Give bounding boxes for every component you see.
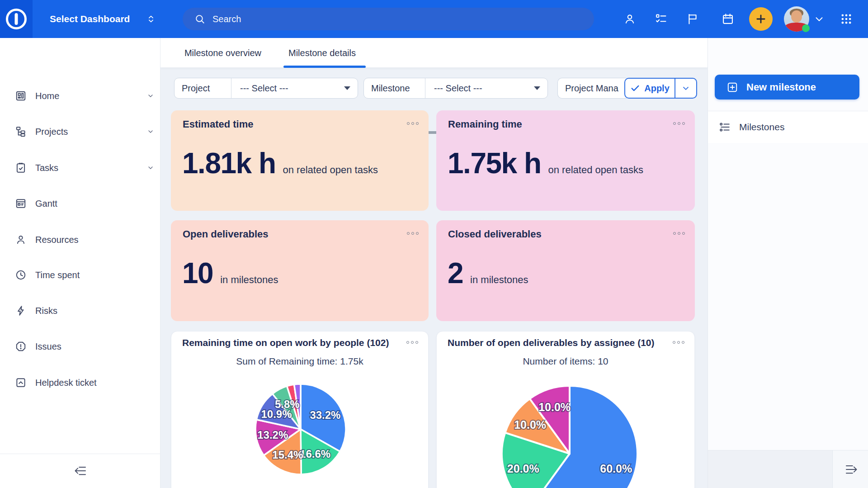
- kebab-menu[interactable]: [673, 232, 685, 235]
- pie-chart-remaining-time[interactable]: 33.2%16.6%15.4%13.2%10.9%5.8%: [253, 382, 348, 477]
- chevron-down-icon[interactable]: [147, 128, 154, 135]
- pie-slice-label: 15.4%: [272, 449, 303, 461]
- kpi-caption: on related open tasks: [548, 164, 643, 176]
- topbar: Select Dashboard Search: [0, 0, 868, 38]
- chevron-down-icon: [681, 84, 690, 93]
- brand-logo-icon: [4, 7, 28, 31]
- pie-chart-open-deliverables[interactable]: 60.0%20.0%10.0%10.0%: [500, 384, 640, 488]
- panel-item-milestones[interactable]: Milestones: [708, 111, 868, 143]
- kpi-title: Closed deliverables: [448, 228, 542, 240]
- kpi-value: 1.81k h: [182, 147, 276, 180]
- dashboard-selector[interactable]: Select Dashboard: [50, 0, 156, 38]
- kpi-title: Open deliverables: [183, 228, 269, 240]
- milestone-filter: Milestone --- Select ---: [363, 78, 548, 99]
- search-icon: [194, 14, 206, 25]
- gantt-icon: [15, 198, 27, 209]
- sidebar-item-projects[interactable]: Projects: [0, 122, 160, 142]
- right-panel: New milestone Milestones: [708, 38, 868, 488]
- apply-button[interactable]: Apply: [625, 79, 675, 98]
- chart-title: Remaining time on open work by people (1…: [182, 337, 389, 348]
- chart-subtitle: Sum of Remaining time: 1.75k: [171, 356, 428, 367]
- kebab-menu[interactable]: [673, 122, 685, 125]
- project-select-caret-icon[interactable]: [344, 86, 350, 90]
- sidebar-item-time-spent[interactable]: Time spent: [0, 265, 160, 285]
- pie-slice-label: 10.0%: [538, 401, 571, 413]
- search-placeholder: Search: [212, 14, 241, 24]
- helpdesk-icon: [15, 377, 27, 389]
- pie-slice-label: 5.8%: [275, 398, 300, 410]
- kpi-card-closed-deliverables: Closed deliverables 2 in milestones: [436, 220, 695, 321]
- kpi-card-open-deliverables: Open deliverables 10 in milestones: [171, 220, 429, 321]
- kpi-card-remaining-time: Remaining time 1.75k h on related open t…: [436, 110, 695, 211]
- expand-panel-button[interactable]: [832, 450, 868, 488]
- sidebar-item-helpdesk-ticket[interactable]: Helpdesk ticket: [0, 373, 160, 393]
- home-icon: [15, 90, 27, 102]
- kpi-caption: in milestones: [470, 274, 528, 286]
- tab-milestone-overview[interactable]: Milestone overview: [179, 38, 267, 68]
- dashboard-selector-label: Select Dashboard: [50, 14, 130, 24]
- checklist-icon[interactable]: [655, 13, 667, 25]
- clock-icon: [15, 269, 27, 281]
- chevron-down-icon[interactable]: [147, 164, 154, 171]
- kebab-menu[interactable]: [407, 232, 419, 235]
- risks-icon: [15, 305, 27, 317]
- sidebar-footer: [0, 454, 160, 488]
- sidebar-item-issues[interactable]: Issues: [0, 336, 160, 356]
- milestone-filter-label: Milestone: [364, 83, 410, 94]
- sidebar-item-gantt[interactable]: Gantt: [0, 194, 160, 213]
- add-button[interactable]: [749, 7, 773, 31]
- issues-icon: [15, 341, 27, 352]
- collapse-sidebar-icon[interactable]: [72, 464, 90, 478]
- tab-bar: Milestone overview Milestone details: [160, 38, 708, 68]
- resources-icon: [15, 234, 27, 246]
- new-milestone-button[interactable]: New milestone: [715, 75, 859, 99]
- app-logo[interactable]: [0, 0, 33, 38]
- chevron-down-icon[interactable]: [813, 13, 825, 25]
- online-status-dot: [802, 24, 810, 32]
- kpi-caption: in milestones: [220, 274, 278, 286]
- main-content: Milestone overview Milestone details Pro…: [160, 38, 708, 488]
- kpi-value: 10: [182, 256, 213, 290]
- sidebar: Home Projects Tasks Gantt: [0, 38, 160, 488]
- milestone-select[interactable]: --- Select ---: [434, 83, 482, 94]
- milestone-select-caret-icon[interactable]: [534, 86, 540, 90]
- selector-updown-icon: [146, 14, 156, 24]
- calendar-icon[interactable]: [722, 13, 734, 25]
- milestone-list-icon: [719, 121, 731, 133]
- kebab-menu[interactable]: [407, 122, 419, 125]
- project-select[interactable]: --- Select ---: [240, 83, 288, 94]
- flag-icon[interactable]: [686, 13, 699, 25]
- pie-slice-label: 13.2%: [257, 429, 288, 441]
- chart-card-deliverables-by-assignee: Number of open deliverables by assignee …: [436, 331, 695, 488]
- project-filter-label: Project: [175, 83, 210, 94]
- sidebar-item-tasks[interactable]: Tasks: [0, 158, 160, 178]
- chart-subtitle: Number of items: 10: [437, 356, 694, 367]
- pie-slice-label: 16.6%: [300, 448, 330, 460]
- plus-icon: [755, 13, 767, 25]
- right-panel-footer: [708, 450, 868, 488]
- chevron-down-icon[interactable]: [147, 92, 154, 99]
- sidebar-item-risks[interactable]: Risks: [0, 301, 160, 321]
- kpi-value: 2: [448, 256, 463, 290]
- apps-grid-icon[interactable]: [840, 13, 853, 25]
- project-manager-filter[interactable]: Project Mana: [557, 78, 627, 99]
- sidebar-item-resources[interactable]: Resources: [0, 230, 160, 250]
- kpi-card-estimated-time: Estimated time 1.81k h on related open t…: [171, 110, 429, 211]
- project-manager-filter-label: Project Mana: [558, 83, 618, 94]
- pie-slice-label: 20.0%: [507, 462, 539, 475]
- user-icon[interactable]: [623, 13, 636, 25]
- kebab-menu[interactable]: [406, 341, 418, 344]
- search-input[interactable]: Search: [183, 8, 594, 30]
- pie-slice-label: 60.0%: [600, 462, 632, 475]
- project-filter: Project --- Select ---: [174, 78, 358, 99]
- kebab-menu[interactable]: [673, 341, 684, 344]
- plus-square-icon: [726, 81, 738, 93]
- chart-card-remaining-time-by-people: Remaining time on open work by people (1…: [171, 331, 429, 488]
- projects-icon: [15, 126, 27, 137]
- kpi-title: Estimated time: [183, 118, 254, 130]
- tab-milestone-details[interactable]: Milestone details: [283, 38, 361, 68]
- pie-slice-label: 10.0%: [514, 418, 546, 431]
- sidebar-item-home[interactable]: Home: [0, 86, 160, 106]
- apply-options-button[interactable]: [675, 79, 696, 98]
- apply-split-button: Apply: [624, 78, 697, 99]
